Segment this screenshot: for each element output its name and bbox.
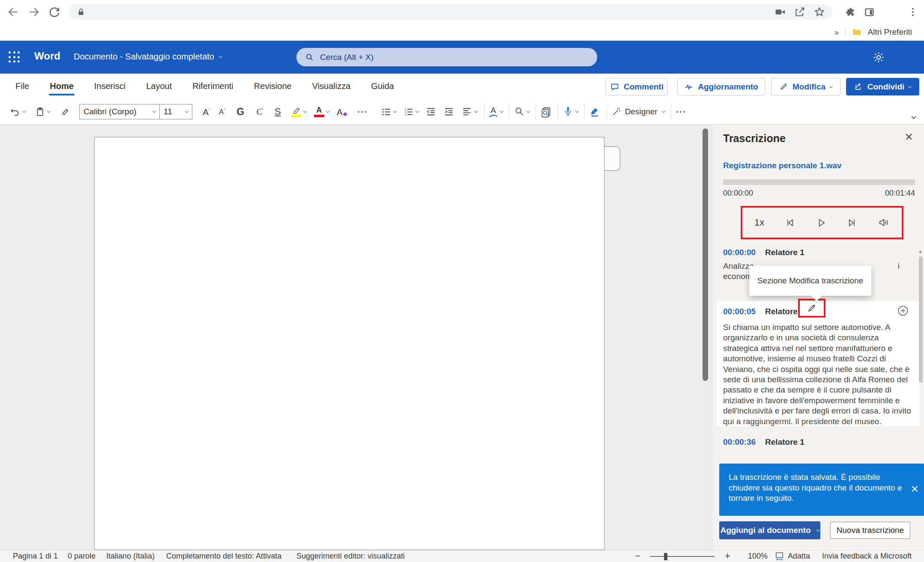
zoom-slider-thumb[interactable] — [664, 553, 667, 560]
document-page[interactable] — [94, 137, 604, 550]
font-name-select[interactable]: Calibri (Corpo) — [79, 104, 160, 119]
edit-pencil-icon[interactable] — [807, 303, 817, 313]
folder-icon[interactable] — [852, 27, 862, 37]
font-size-select[interactable]: 11 — [160, 104, 192, 119]
add-to-document-button[interactable]: Aggiungi al documento — [719, 521, 820, 539]
bookmark-star-icon[interactable] — [813, 6, 825, 18]
tab-layout[interactable]: Layout — [136, 74, 182, 99]
share-icon[interactable] — [794, 6, 806, 18]
entry-timestamp[interactable]: 00:00:05 — [723, 307, 756, 316]
entry-text[interactable]: Si chiama un impatto sul settore automot… — [723, 322, 915, 427]
page-margin-tab[interactable] — [604, 146, 620, 171]
zoom-in-button[interactable]: + — [725, 550, 730, 562]
back-icon[interactable] — [7, 6, 20, 18]
alignment-button[interactable] — [461, 106, 477, 117]
editor-suggestions-status[interactable]: Suggerimenti editor: visualizzati — [296, 552, 405, 561]
paste-button[interactable] — [35, 107, 50, 117]
play-icon[interactable] — [815, 217, 827, 229]
bold-button[interactable]: G — [236, 106, 244, 118]
undo-button[interactable] — [9, 106, 25, 117]
settings-gear-icon[interactable] — [872, 51, 885, 64]
status-bar: Pagina 1 di 1 0 parole Italiano (Italia)… — [0, 550, 924, 562]
pencil-icon — [779, 82, 788, 91]
tab-guida[interactable]: Guida — [361, 74, 404, 99]
comments-button[interactable]: Commenti — [606, 78, 668, 95]
italic-button[interactable]: C — [256, 106, 263, 117]
document-scrollbar-thumb[interactable] — [703, 128, 708, 381]
bullet-list-button[interactable] — [381, 107, 396, 117]
updates-button[interactable]: Aggiornamento — [677, 78, 765, 95]
app-name[interactable]: Word — [34, 50, 60, 62]
share-button[interactable]: Condividi — [846, 78, 919, 95]
decrease-indent-button[interactable] — [425, 106, 437, 117]
lock-icon[interactable] — [76, 7, 86, 17]
panel-scroll-up-icon[interactable]: ▲ — [918, 249, 923, 254]
shrink-font-button[interactable]: Aˇ — [219, 108, 225, 116]
address-bar[interactable] — [69, 4, 832, 19]
zoom-out-button[interactable]: − — [635, 550, 640, 562]
text-effects-button[interactable]: A ◆ — [337, 107, 347, 117]
skip-forward-icon[interactable] — [846, 217, 858, 229]
comments-label: Commenti — [624, 82, 664, 92]
transcript-entry-active[interactable]: 00:00:05 Relatore 1 Si chiama un impatto… — [717, 301, 920, 426]
panel-scrollbar-thumb[interactable] — [919, 256, 923, 383]
extensions-puzzle-icon[interactable] — [845, 6, 856, 18]
skip-back-icon[interactable] — [784, 217, 795, 229]
volume-icon[interactable] — [878, 217, 890, 229]
zoom-slider[interactable] — [650, 556, 715, 557]
grow-font-button[interactable]: Aˆ — [203, 107, 210, 116]
find-button[interactable] — [514, 106, 529, 117]
close-icon[interactable]: × — [905, 130, 913, 143]
styles-button[interactable]: A — [489, 106, 503, 118]
entry-timestamp[interactable]: 00:00:36 — [723, 437, 756, 447]
more-toolbar-options[interactable]: ⋯ — [676, 106, 687, 118]
recording-file-link[interactable]: Registrazione personale 1.wav — [723, 161, 842, 170]
app-launcher-waffle-icon[interactable] — [9, 51, 21, 63]
more-font-options[interactable]: ⋯ — [357, 106, 368, 118]
feedback-link[interactable]: Invia feedback a Microsoft — [822, 552, 912, 561]
playback-speed-button[interactable]: 1x — [754, 217, 764, 228]
bookmarks-overflow-icon[interactable]: » — [834, 27, 839, 37]
format-painter-icon[interactable] — [59, 106, 70, 117]
tab-home[interactable]: Home — [39, 74, 84, 99]
side-panel-icon[interactable] — [864, 6, 875, 18]
tab-inserisci[interactable]: Inserisci — [84, 74, 136, 99]
audio-progress-bar[interactable] — [723, 179, 915, 185]
browser-menu-icon[interactable] — [907, 6, 918, 18]
document-title[interactable]: Documento - Salvataggio completato — [74, 52, 222, 62]
increase-indent-button[interactable] — [443, 106, 455, 117]
reload-icon[interactable] — [48, 6, 61, 18]
editor-button[interactable] — [589, 106, 601, 118]
fit-page-button[interactable]: Adatta — [774, 551, 810, 561]
dictate-microphone-button[interactable] — [562, 106, 578, 117]
entry-speaker: Relatore 1 — [765, 437, 804, 447]
camera-icon[interactable] — [774, 6, 786, 18]
language-status[interactable]: Italiano (Italia) — [106, 552, 155, 561]
designer-button[interactable]: Designer — [611, 107, 665, 117]
tab-revisione[interactable]: Revisione — [244, 74, 302, 99]
tab-file[interactable]: File — [5, 74, 39, 99]
forward-icon[interactable] — [27, 6, 40, 18]
entry-timestamp[interactable]: 00:00:00 — [723, 248, 756, 257]
bookmarks-folder-label[interactable]: Altri Preferiti — [868, 27, 912, 37]
tab-riferimenti[interactable]: Riferimenti — [182, 74, 244, 99]
new-transcription-button[interactable]: Nuova trascrizione — [830, 522, 910, 539]
toast-close-icon[interactable]: × — [911, 482, 918, 495]
transcript-entry[interactable]: 00:00:36 Relatore 1 — [723, 437, 804, 447]
page-count[interactable]: Pagina 1 di 1 — [13, 552, 58, 561]
bookmarks-divider — [845, 27, 846, 37]
navigation-search-button[interactable] — [540, 106, 552, 118]
word-count[interactable]: 0 parole — [68, 552, 96, 561]
font-color-button[interactable]: A — [314, 106, 329, 117]
zoom-level[interactable]: 100% — [748, 552, 768, 561]
activity-pulse-icon — [684, 82, 694, 92]
document-scrollbar[interactable] — [703, 128, 708, 385]
edit-mode-button[interactable]: Modifica — [771, 78, 840, 95]
tab-visualizza[interactable]: Visualizza — [302, 74, 361, 99]
search-input[interactable]: Cerca (Alt + X) — [296, 48, 597, 66]
text-completion-status[interactable]: Completamento del testo: Attivata — [166, 552, 281, 561]
highlight-button[interactable] — [291, 106, 306, 117]
underline-button[interactable]: S — [275, 106, 281, 117]
add-section-plus-icon[interactable] — [897, 304, 909, 317]
numbered-list-button[interactable]: 123 — [403, 107, 419, 117]
